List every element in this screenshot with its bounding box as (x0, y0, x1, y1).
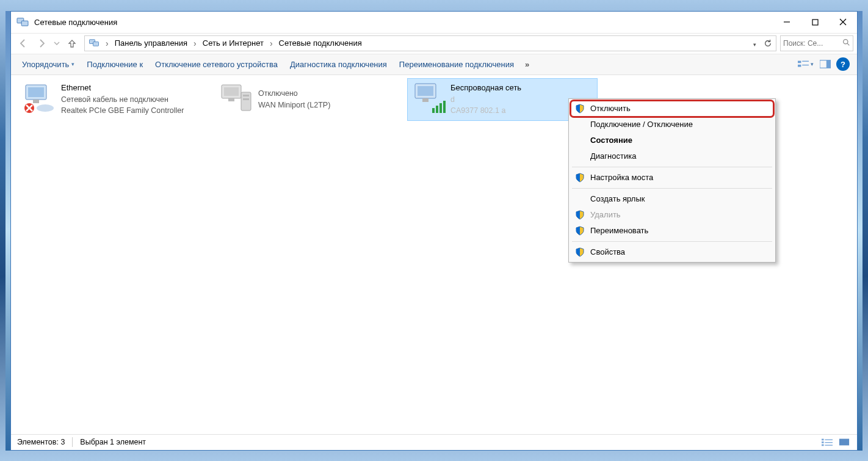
chevron-icon[interactable] (266, 38, 277, 48)
toolbar-diagnose[interactable]: Диагностика подключения (284, 54, 393, 74)
nav-back-button[interactable] (15, 35, 32, 51)
svg-rect-27 (243, 95, 249, 96)
svg-rect-39 (825, 442, 833, 443)
breadcrumb-item[interactable]: Сетевые подключения (277, 36, 364, 51)
chevron-down-icon (71, 61, 74, 67)
svg-rect-28 (243, 98, 249, 100)
shield-icon (574, 103, 585, 114)
view-details-button[interactable] (820, 437, 834, 448)
svg-rect-18 (33, 100, 39, 103)
toolbar-disable-device[interactable]: Отключение сетевого устройства (149, 54, 284, 74)
svg-rect-17 (28, 87, 44, 97)
ctx-label: Создать ярлык (590, 194, 645, 203)
nav-history-dropdown[interactable] (51, 35, 62, 51)
help-button[interactable]: ? (836, 57, 850, 71)
chevron-icon[interactable] (102, 38, 112, 48)
search-input[interactable] (783, 39, 832, 48)
ctx-connect-disconnect[interactable]: Подключение / Отключение (571, 117, 773, 132)
svg-rect-35 (443, 101, 446, 113)
toolbar-rename[interactable]: Переименование подключения (393, 54, 520, 74)
status-selection: Выбран 1 элемент (80, 438, 146, 446)
svg-point-8 (844, 40, 848, 44)
adapter-name: Беспроводная сеть (450, 82, 521, 94)
svg-rect-12 (798, 65, 801, 67)
ctx-rename[interactable]: Переименовать (571, 223, 773, 239)
svg-rect-40 (822, 445, 824, 446)
search-box[interactable] (780, 35, 853, 51)
svg-rect-10 (798, 61, 801, 64)
close-button[interactable] (829, 13, 857, 31)
nav-forward-button[interactable] (33, 35, 50, 51)
adapter-device: Realtek PCIe GBE Family Controller (61, 105, 184, 117)
adapter-status: Сетевой кабель не подключен (61, 94, 184, 106)
adapter-status: Отключено (258, 88, 330, 100)
shield-icon (574, 172, 585, 183)
content-area[interactable]: Ethernet Сетевой кабель не подключен Rea… (11, 75, 857, 434)
network-connections-icon (89, 38, 99, 49)
adapter-icon (22, 81, 56, 115)
titlebar: Сетевые подключения (11, 12, 857, 34)
ctx-bridge[interactable]: Настройка моста (571, 170, 773, 186)
adapter-device: CA9377 802.1 a (450, 105, 521, 117)
adapter-name: Ethernet (61, 82, 184, 94)
breadcrumb[interactable]: Панель управления Сеть и Интернет Сетевы… (84, 35, 776, 51)
separator (72, 437, 73, 447)
adapter-ethernet[interactable]: Ethernet Сетевой кабель не подключен Rea… (18, 79, 208, 120)
svg-rect-11 (802, 61, 809, 62)
svg-rect-15 (826, 60, 831, 68)
nav-up-button[interactable] (63, 35, 81, 51)
preview-pane-button[interactable] (817, 57, 834, 71)
ctx-disable[interactable]: Отключить (571, 101, 773, 117)
menu-separator (572, 188, 772, 189)
view-large-icons-button[interactable] (837, 437, 851, 448)
svg-rect-41 (825, 445, 833, 446)
address-bar: Панель управления Сеть и Интернет Сетевы… (11, 34, 857, 54)
svg-rect-37 (825, 440, 833, 440)
toolbar-connect-to[interactable]: Подключение к (81, 54, 149, 74)
ctx-properties[interactable]: Свойства (571, 244, 773, 260)
adapter-status: d (450, 94, 521, 106)
refresh-button[interactable] (761, 36, 775, 51)
ctx-label: Диагностика (590, 151, 636, 161)
svg-rect-7 (93, 42, 99, 46)
svg-rect-25 (228, 98, 234, 101)
toolbar-organize[interactable]: Упорядочить (16, 54, 81, 74)
status-bar: Элементов: 3 Выбран 1 элемент (11, 434, 857, 450)
ctx-label: Удалить (590, 210, 621, 219)
menu-separator (572, 241, 772, 242)
context-menu: Отключить Подключение / Отключение Состо… (568, 98, 776, 263)
breadcrumb-item[interactable]: Панель управления (112, 36, 190, 51)
toolbar-overflow[interactable]: » (520, 60, 534, 69)
svg-rect-42 (839, 439, 849, 446)
svg-rect-36 (822, 439, 824, 441)
ctx-diagnose[interactable]: Диагностика (571, 148, 773, 164)
status-item-count: Элементов: 3 (17, 438, 65, 446)
desktop-left-strip (5, 11, 10, 451)
adapter-vpn[interactable]: Отключено WAN Miniport (L2TP) (215, 79, 405, 120)
adapter-icon (219, 81, 253, 115)
window-title: Сетевые подключения (34, 18, 773, 27)
command-toolbar: Упорядочить Подключение к Отключение сет… (11, 54, 857, 75)
ctx-status[interactable]: Состояние (571, 132, 773, 148)
adapter-device: WAN Miniport (L2TP) (258, 100, 330, 111)
svg-rect-31 (422, 98, 429, 102)
svg-rect-30 (418, 86, 433, 96)
svg-line-9 (847, 43, 849, 45)
breadcrumb-item[interactable]: Сеть и Интернет (200, 36, 266, 51)
network-connections-icon (16, 16, 29, 27)
view-options-button[interactable] (797, 57, 814, 71)
svg-rect-32 (432, 108, 435, 113)
menu-separator (572, 167, 772, 167)
svg-rect-34 (439, 103, 442, 113)
search-icon[interactable] (842, 38, 850, 48)
ctx-create-shortcut[interactable]: Создать ярлык (571, 191, 773, 207)
adapter-icon (411, 81, 446, 115)
minimize-button[interactable] (773, 13, 801, 31)
chevron-icon[interactable] (190, 38, 200, 48)
ctx-label: Свойства (590, 247, 625, 256)
ctx-label: Подключение / Отключение (590, 120, 693, 129)
address-dropdown-button[interactable] (748, 36, 761, 51)
maximize-button[interactable] (801, 13, 829, 31)
ctx-label: Настройка моста (590, 173, 653, 182)
svg-rect-13 (802, 65, 809, 65)
